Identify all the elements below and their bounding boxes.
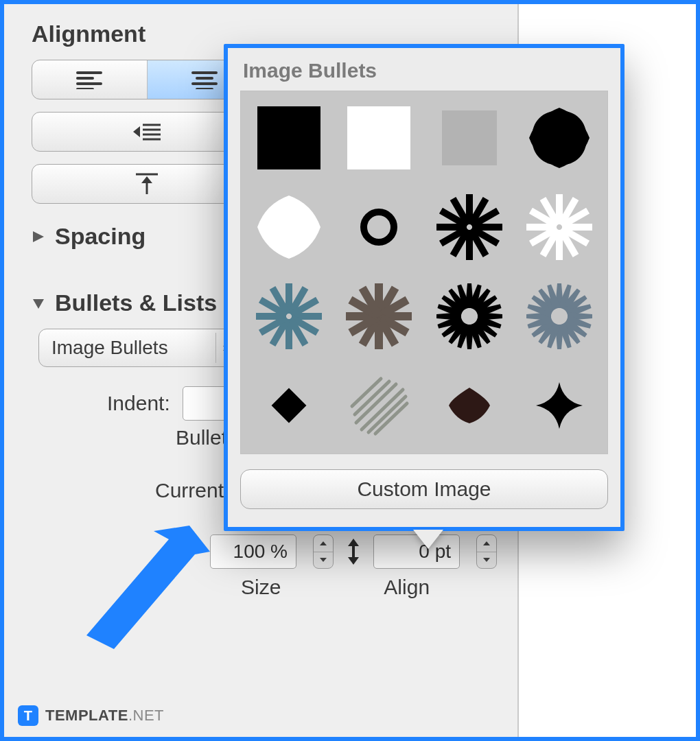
- watermark-badge-icon: T: [18, 705, 38, 726]
- bullet-sunray-black[interactable]: [424, 272, 515, 360]
- svg-marker-36: [320, 541, 327, 545]
- bullet-diamond-black[interactable]: [244, 362, 334, 449]
- align-label: Align: [384, 576, 430, 599]
- align-center-icon: [191, 70, 218, 89]
- bullet-type-label: Image Bullets: [51, 337, 168, 359]
- svg-marker-39: [348, 557, 359, 565]
- bullets-section-title: Bullets & Lists: [55, 290, 217, 316]
- bullet-square-white[interactable]: [334, 94, 425, 182]
- bullet-starburst-teal[interactable]: [244, 272, 334, 360]
- bullet-circle-outline[interactable]: [334, 183, 425, 271]
- outdent-icon: [132, 122, 162, 141]
- indent-label: Indent:: [107, 392, 170, 415]
- chevron-down-icon: [32, 296, 45, 310]
- svg-marker-32: [33, 231, 44, 242]
- bullet-quatrefoil-white[interactable]: [244, 183, 334, 271]
- svg-rect-40: [352, 546, 355, 557]
- bullet-type-dropdown[interactable]: Image Bullets: [38, 329, 244, 367]
- align-left-button[interactable]: [32, 60, 148, 99]
- svg-point-43: [364, 212, 394, 242]
- custom-image-label: Custom Image: [357, 478, 491, 501]
- bullet-thumbnail-grid: [240, 91, 608, 454]
- svg-marker-41: [483, 541, 490, 545]
- bullet-starburst-brown[interactable]: [334, 272, 425, 360]
- spacing-section-title: Spacing: [55, 223, 145, 250]
- size-input[interactable]: 100 %: [210, 534, 296, 569]
- custom-image-button[interactable]: Custom Image: [240, 469, 608, 509]
- svg-marker-33: [33, 299, 44, 309]
- align-stepper[interactable]: [476, 534, 497, 569]
- svg-marker-38: [348, 539, 359, 546]
- watermark-text: TEMPLATE: [45, 707, 128, 724]
- bullet-sunray-steel[interactable]: [515, 272, 605, 360]
- svg-marker-16: [133, 126, 140, 137]
- bullet-square-gray[interactable]: [424, 94, 515, 182]
- size-stepper[interactable]: [313, 534, 334, 569]
- watermark-suffix: .NET: [128, 707, 164, 724]
- svg-marker-37: [320, 558, 327, 562]
- svg-marker-42: [483, 558, 490, 562]
- chevron-right-icon: [32, 230, 45, 244]
- bullet-starburst-black[interactable]: [424, 183, 515, 271]
- svg-rect-50: [271, 388, 306, 423]
- bullet-scribble-gray[interactable]: [334, 362, 425, 449]
- bullet-diamond-brown[interactable]: [424, 362, 515, 449]
- bullet-square-black[interactable]: [244, 94, 334, 182]
- popover-title: Image Bullets: [243, 59, 608, 82]
- bullet-starburst-white[interactable]: [515, 183, 605, 271]
- svg-marker-28: [141, 176, 152, 183]
- valign-top-icon: [135, 172, 159, 196]
- size-label: Size: [241, 576, 281, 599]
- vertical-resize-icon: [346, 538, 361, 565]
- image-bullets-popover: Image Bullets: [224, 44, 625, 531]
- watermark: T TEMPLATE.NET: [18, 705, 164, 726]
- bullet-quatrefoil-black[interactable]: [515, 94, 605, 182]
- bullet-column-label: Bullet: [176, 426, 227, 449]
- bullet-sparkle-black[interactable]: [515, 362, 605, 449]
- align-left-icon: [76, 70, 102, 89]
